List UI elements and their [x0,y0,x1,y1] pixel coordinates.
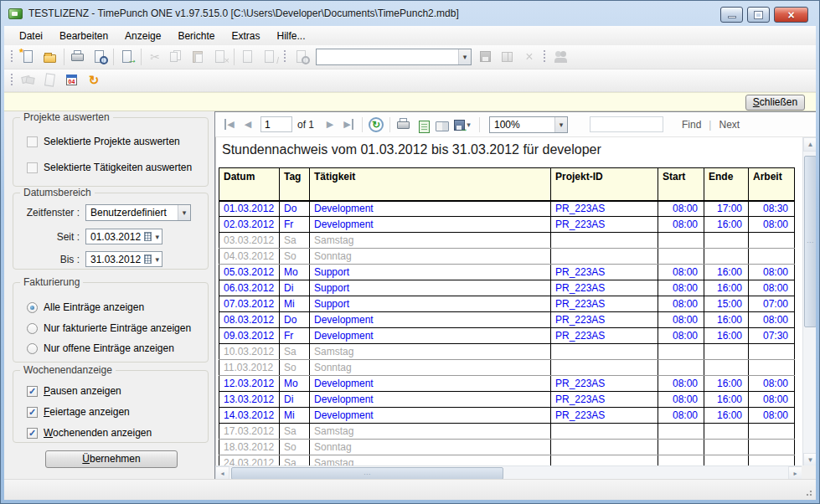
export-save-button[interactable]: → ▾ [450,116,475,134]
maximize-button[interactable] [747,7,770,23]
page-first-button[interactable]: ◀ [220,116,239,134]
scroll-up-arrow[interactable]: ▲ [803,137,816,152]
cell-arbeit: 08:00 [749,217,795,233]
cell-tag: So [280,360,310,376]
cell-start: 08:00 [658,408,704,424]
menu-bearbeiten[interactable]: Bearbeiten [51,27,116,45]
horizontal-scroll-thumb[interactable]: ⋯ [231,467,503,480]
cell-datum: 01.03.2012 [219,201,280,217]
find-input[interactable] [590,116,663,132]
chevron-down-icon[interactable]: ▾ [178,205,190,220]
vertical-scrollbar[interactable]: ▲ ⋯ ▼ [802,137,816,467]
cell-projekt [551,424,658,440]
page-setup-button[interactable] [431,116,450,134]
page-next-button[interactable]: ▶ [321,116,339,134]
export-button[interactable]: → [116,47,138,67]
checkbox-label: Pausen anzeigen [44,385,121,397]
checkbox-pausen[interactable]: ✓ Pausen anzeigen [27,385,121,397]
radio-icon[interactable] [27,323,38,334]
print-layout-button[interactable] [413,116,431,134]
zeitfenster-combobox[interactable]: Benutzerdefiniert ▾ [85,204,191,221]
checkbox-icon[interactable] [27,136,38,147]
table-row: 17.03.2012SaSamstag [219,424,795,440]
cell-start: 08:00 [658,392,704,408]
uebernehmen-button[interactable]: Übernehmen [45,450,178,468]
horizontal-scrollbar[interactable]: ◂ ⋯ ▸ [215,465,802,480]
radio-icon[interactable] [27,302,38,313]
cell-ende: 16:00 [704,392,749,408]
checkbox-icon[interactable]: ✓ [27,386,38,397]
cell-ende [704,344,749,360]
menu-extras[interactable]: Extras [223,27,268,45]
radio-icon[interactable] [27,343,38,354]
print-button[interactable] [67,47,89,67]
cell-datum: 18.03.2012 [219,440,280,455]
cell-arbeit: 07:30 [749,328,795,344]
page-prev-button[interactable]: ◀ [239,116,257,134]
cell-datum: 11.03.2012 [219,360,280,376]
bis-datepicker[interactable]: 31.03.2012 ▾ [85,251,162,267]
refresh-icon: ↻ [89,74,100,87]
page-icon [44,74,57,87]
checkbox-icon[interactable]: ✓ [27,428,38,439]
page-last-button[interactable]: ▶ [339,116,358,134]
delete-entry-icon: × [214,50,227,64]
menu-hilfe[interactable]: Hilfe... [268,27,313,45]
print-preview-button[interactable] [89,47,111,67]
paste-button [188,47,209,67]
minimize-button[interactable] [720,7,743,23]
cards-icon [22,74,35,87]
menu-datei[interactable]: Datei [11,27,51,45]
table-row: 06.03.2012DiSupportPR_223AS08:0016:0008:… [219,280,795,296]
vertical-scroll-thumb[interactable]: ⋯ [804,156,816,327]
schliessen-button[interactable]: Schließen [745,95,805,111]
report-print-button[interactable] [395,116,413,134]
menu-berichte[interactable]: Berichte [169,27,223,45]
toolbar-grip[interactable] [284,50,287,64]
table-row: 10.03.2012SaSamstag [219,344,795,360]
checkbox-wochenenden[interactable]: ✓ Wochenenden anzeigen [27,427,152,439]
project-combobox[interactable]: ▾ [316,49,472,65]
calendar-grid-icon[interactable] [144,232,152,241]
cell-start [658,424,704,440]
radio-fakturierte-eintraege[interactable]: Nur fakturierte Einträge anzeigen [27,322,191,334]
checkbox-selektierte-projekte[interactable]: Selektierte Projekte auswerten [27,136,180,147]
open-file-button[interactable] [39,47,61,67]
checkbox-feiertage[interactable]: ✓ Feiertage anzeigen [27,406,130,418]
close-button[interactable]: × [774,7,808,23]
toolbar-grip[interactable] [544,50,547,64]
checkbox-icon[interactable] [27,162,38,173]
chevron-down-icon[interactable]: ▾ [155,255,162,264]
new-document-button[interactable]: * [18,47,39,67]
radio-alle-eintraege[interactable]: Alle Einträge anzeigen [27,301,144,313]
cell-projekt: PR_223AS [551,265,658,280]
toolbar-grip[interactable] [11,74,14,87]
report-refresh-button[interactable]: ↻ [367,116,385,134]
cell-start [658,360,704,376]
zoom-combobox[interactable]: 100% ▾ [489,116,568,133]
cell-projekt [551,440,658,455]
users-icon [554,50,568,64]
checkbox-selektierte-taetigkeiten[interactable]: Selektierte Tätigkeiten auswerten [27,162,192,173]
toolbar-grip[interactable] [11,50,14,64]
refresh-button[interactable]: ↻ [83,70,105,90]
cell-start: 08:00 [658,312,704,328]
bis-value: 31.03.2012 [90,254,141,265]
find-link[interactable]: Find [682,119,701,131]
chevron-down-icon[interactable]: ▾ [554,117,567,132]
menu-anzeige[interactable]: Anzeige [116,27,169,45]
page-number-input[interactable] [260,116,292,132]
paste-icon [192,50,205,64]
checkbox-icon[interactable]: ✓ [27,407,38,418]
chevron-down-icon[interactable]: ▾ [155,233,162,241]
chevron-down-icon[interactable]: ▾ [458,49,471,64]
next-link[interactable]: Next [719,119,740,131]
resize-grip[interactable] [804,488,812,496]
bis-label: Bis : [17,254,85,265]
seit-datepicker[interactable]: 01.03.2012 ▾ [85,229,162,244]
cell-arbeit [749,344,795,360]
calendar-grid-icon[interactable] [144,255,152,264]
cell-tag: Sa [280,424,310,440]
calendar-button[interactable]: 04 [61,70,83,90]
radio-offene-eintraege[interactable]: Nur offene Einträge anzeigen [27,342,174,354]
